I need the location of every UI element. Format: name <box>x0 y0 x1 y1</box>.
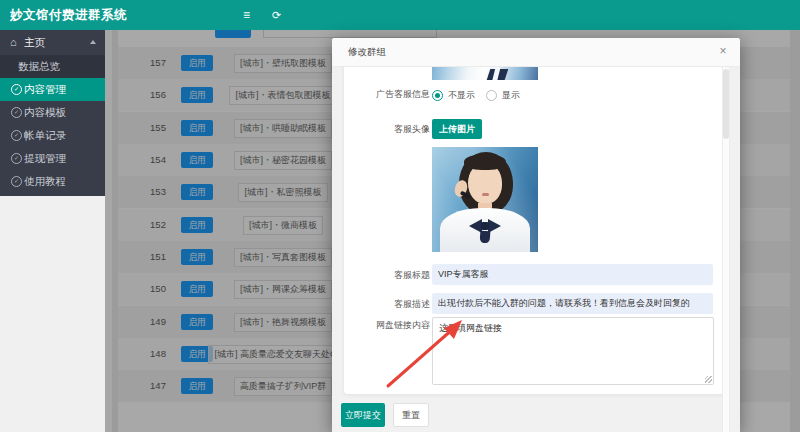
close-icon[interactable]: × <box>716 45 730 59</box>
sidebar-item-content-template[interactable]: ✓ 内容模板 <box>0 101 105 124</box>
circle-check-icon: ✓ <box>11 130 22 141</box>
reset-button[interactable]: 重置 <box>393 403 429 427</box>
collapse-arrow-icon <box>90 40 96 44</box>
modal-title: 修改群组 <box>332 38 740 67</box>
sidebar-item-label: 主页 <box>24 36 45 48</box>
sidebar: ⌂ 主页 数据总览 ✓ 内容管理 ✓ 内容模板 ✓ 帐单记录 ✓ 提现管理 ✓ … <box>0 30 105 196</box>
service-desc-label: 客服描述 <box>368 298 430 311</box>
sidebar-item-label: 提现管理 <box>24 152 66 164</box>
sidebar-item-label: 数据总览 <box>18 60 60 72</box>
home-icon: ⌂ <box>10 30 17 55</box>
sidebar-item-label: 使用教程 <box>24 175 66 187</box>
radio-label: 显示 <box>502 89 520 102</box>
radio-show[interactable]: 显示 <box>486 89 520 102</box>
radio-hide[interactable]: 不显示 <box>432 89 475 102</box>
circle-check-icon: ✓ <box>11 107 22 118</box>
service-title-input[interactable]: VIP专属客服 <box>432 264 713 285</box>
refresh-icon[interactable]: ⟳ <box>272 0 281 30</box>
menu-icon[interactable]: ≡ <box>243 0 250 30</box>
modify-group-modal: 修改群组 × 广告客服信息 不显示 显示 客服头像 上传图片 <box>332 38 740 432</box>
sidebar-item-bill-records[interactable]: ✓ 帐单记录 <box>0 124 105 147</box>
netdisk-textarea[interactable]: 这里填网盘链接 <box>432 317 714 385</box>
ad-image-preview-partial <box>432 67 538 80</box>
upload-image-button[interactable]: 上传图片 <box>432 119 482 139</box>
app-title: 妙文馆付费进群系统 <box>10 0 127 30</box>
header-bar: 妙文馆付费进群系统 ≡ ⟳ <box>0 0 800 30</box>
service-title-label: 客服标题 <box>368 269 430 282</box>
sidebar-item-home[interactable]: ⌂ 主页 <box>0 30 105 55</box>
scrollbar-thumb[interactable] <box>723 69 729 139</box>
netdisk-label: 网盘链接内容 <box>368 319 430 332</box>
circle-check-icon: ✓ <box>11 176 22 187</box>
photo-bow-tail <box>480 231 491 244</box>
modal-scrollbar <box>722 67 730 432</box>
sidebar-item-label: 内容管理 <box>24 83 66 95</box>
sidebar-item-withdraw-manage[interactable]: ✓ 提现管理 <box>0 147 105 170</box>
circle-check-icon: ✓ <box>11 84 22 95</box>
photo-bow-knot <box>481 222 489 230</box>
submit-button[interactable]: 立即提交 <box>341 403 385 427</box>
ad-info-label: 广告客服信息 <box>368 88 430 101</box>
modal-body: 广告客服信息 不显示 显示 客服头像 上传图片 客服标题 <box>332 67 740 432</box>
sidebar-item-label: 内容模板 <box>24 106 66 118</box>
service-desc-input[interactable]: 出现付款后不能入群的问题，请联系我！看到信息会及时回复的 <box>432 293 713 314</box>
sidebar-item-content-manage[interactable]: ✓ 内容管理 <box>0 78 105 101</box>
radio-unselected-icon <box>486 90 497 101</box>
circle-check-icon: ✓ <box>11 153 22 164</box>
photo-bangs <box>464 154 506 170</box>
photo-mouth <box>482 193 489 196</box>
sidebar-item-data-overview[interactable]: 数据总览 <box>0 55 105 78</box>
radio-label: 不显示 <box>448 89 475 102</box>
avatar-label: 客服头像 <box>368 123 430 136</box>
radio-selected-icon <box>432 90 443 101</box>
service-avatar-photo <box>432 147 538 252</box>
sidebar-item-label: 帐单记录 <box>24 129 66 141</box>
sidebar-item-tutorial[interactable]: ✓ 使用教程 <box>0 170 105 193</box>
